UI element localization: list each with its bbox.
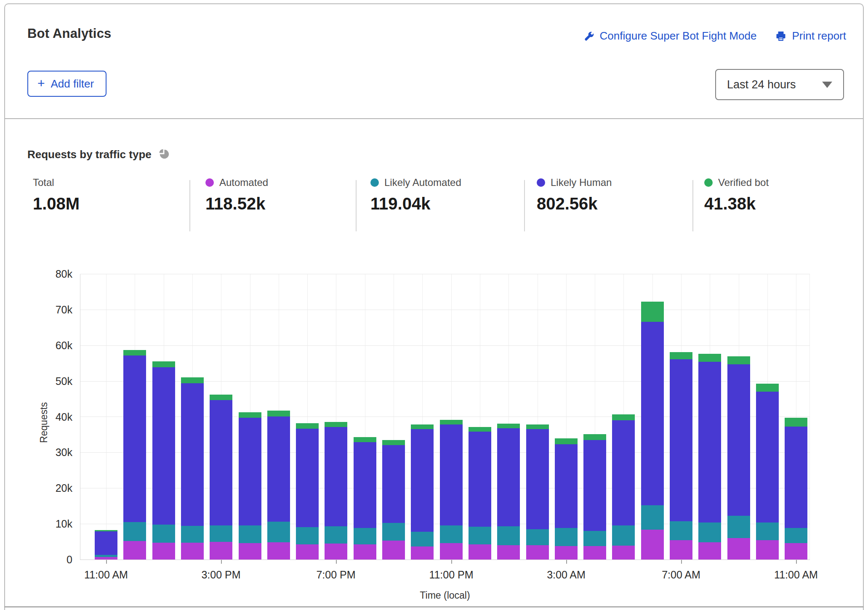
time-range-select[interactable]: Last 24 hours [715, 69, 844, 100]
header-actions: Configure Super Bot Fight Mode Print rep… [583, 29, 846, 42]
traffic-type-stats: Total1.08MAutomated118.52kLikely Automat… [0, 177, 868, 236]
legend-dot [537, 178, 545, 187]
stat-likely-automated: Likely Automated119.04k [370, 177, 461, 213]
stat-label: Total [33, 177, 54, 188]
legend-dot [704, 178, 713, 187]
configure-super-bot-fight-mode-link[interactable]: Configure Super Bot Fight Mode [583, 29, 757, 42]
stat-verified-bot: Verified bot41.38k [704, 177, 769, 213]
stat-separator [189, 180, 190, 231]
legend-dot [370, 178, 379, 187]
stat-separator [524, 180, 525, 231]
printer-icon [775, 30, 787, 42]
time-range-value: Last 24 hours [727, 78, 796, 91]
add-filter-button[interactable]: + Add filter [27, 71, 107, 97]
header-divider [5, 118, 863, 119]
section-title: Requests by traffic type [27, 148, 152, 161]
wrench-icon [583, 30, 595, 42]
print-link-label: Print report [792, 29, 846, 42]
next-panel-border [4, 606, 864, 607]
add-filter-label: Add filter [51, 77, 94, 90]
stat-separator [356, 180, 357, 231]
stat-value: 41.38k [704, 194, 769, 213]
stat-value: 802.56k [537, 194, 612, 213]
stat-separator [692, 180, 693, 231]
page-title: Bot Analytics [27, 26, 112, 41]
pie-chart-icon [158, 148, 170, 161]
stat-label: Likely Human [551, 177, 612, 188]
stat-label: Automated [219, 177, 268, 188]
stat-total: Total1.08M [33, 177, 80, 213]
chevron-down-icon [822, 82, 832, 88]
stat-value: 118.52k [205, 194, 268, 213]
stat-value: 1.08M [33, 194, 80, 213]
stat-label: Likely Automated [384, 177, 461, 188]
bot-analytics-panel: Bot Analytics Configure Super Bot Fight … [0, 0, 868, 610]
legend-dot [205, 178, 214, 187]
stat-likely-human: Likely Human802.56k [537, 177, 612, 213]
configure-link-label: Configure Super Bot Fight Mode [600, 29, 757, 42]
plus-icon: + [37, 77, 45, 90]
print-report-link[interactable]: Print report [775, 29, 846, 42]
stat-automated: Automated118.52k [205, 177, 268, 213]
stat-value: 119.04k [370, 194, 461, 213]
stat-label: Verified bot [718, 177, 769, 188]
